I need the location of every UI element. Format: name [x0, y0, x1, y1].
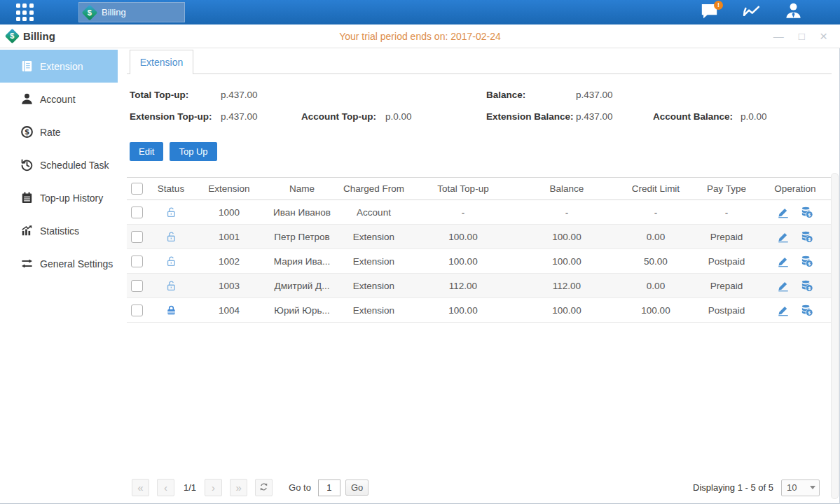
- sidebar-item-account[interactable]: Account: [0, 83, 118, 115]
- edit-icon[interactable]: [777, 230, 790, 243]
- table-row: 1004 Юрий Юрь... Extension 100.00 100.00…: [127, 298, 831, 323]
- topup-coins-icon[interactable]: $: [801, 255, 813, 267]
- page-size-value: 10: [787, 482, 797, 493]
- row-name: Иван Иванов: [267, 207, 337, 218]
- svg-text:$: $: [808, 310, 811, 316]
- pagination-bar: « ‹ 1/1 › » Go to Go Displaying 1 - 5 of…: [127, 479, 820, 496]
- edit-icon[interactable]: [777, 206, 790, 218]
- svg-text:$: $: [808, 212, 811, 218]
- window-title: Billing: [23, 30, 55, 42]
- apps-menu-button[interactable]: [0, 4, 49, 21]
- last-page-button[interactable]: »: [230, 479, 247, 496]
- sidebar-item-extension[interactable]: Extension: [0, 50, 118, 83]
- row-operations: $: [759, 304, 831, 316]
- topbar-right-icons: !: [697, 1, 805, 24]
- lock-open-icon: [165, 206, 177, 218]
- maximize-icon[interactable]: □: [799, 31, 805, 41]
- row-charged-from: Extension: [337, 305, 411, 316]
- row-pay-type: Prepaid: [694, 232, 759, 242]
- sidebar-item-general-settings[interactable]: General Settings: [0, 247, 118, 280]
- row-checkbox[interactable]: [131, 304, 143, 316]
- page-indicator: 1/1: [184, 482, 196, 493]
- row-checkbox[interactable]: [131, 280, 143, 292]
- account-balance-value: p.0.00: [741, 111, 767, 122]
- window-title-bar: Your trial period ends on: 2017-02-24 $ …: [0, 24, 840, 48]
- sidebar-item-statistics[interactable]: Statistics: [0, 214, 118, 247]
- row-balance: 100.00: [516, 256, 618, 267]
- row-extension: 1001: [191, 232, 267, 242]
- extension-topup-value: p.437.00: [221, 111, 301, 122]
- user-icon: [784, 1, 803, 23]
- row-checkbox[interactable]: [131, 206, 143, 218]
- edit-button[interactable]: Edit: [130, 142, 163, 161]
- row-total-topup: 100.00: [411, 256, 516, 267]
- trial-message: Your trial period ends on: 2017-02-24: [0, 31, 840, 42]
- page-size-select[interactable]: 10: [781, 479, 820, 496]
- top-up-button[interactable]: Top Up: [170, 142, 216, 161]
- row-balance: 112.00: [516, 281, 618, 291]
- goto-label: Go to: [289, 482, 311, 493]
- row-operations: $: [759, 279, 831, 292]
- topup-coins-icon[interactable]: $: [801, 304, 813, 316]
- table-scrollbar[interactable]: [831, 173, 839, 499]
- row-operations: $: [759, 255, 831, 267]
- topup-coins-icon[interactable]: $: [801, 279, 813, 292]
- row-pay-type: Postpaid: [694, 256, 759, 267]
- column-header-extension: Extension: [191, 183, 267, 194]
- table-header-row: StatusExtensionNameCharged FromTotal Top…: [127, 177, 831, 200]
- table-body: 1000 Иван Иванов Account - - - - $ 1001 …: [127, 200, 831, 323]
- row-extension: 1003: [191, 281, 267, 291]
- app-tab-label: Billing: [102, 7, 126, 18]
- sidebar-item-top-up-history[interactable]: Top-up History: [0, 181, 118, 214]
- row-pay-type: -: [694, 207, 759, 218]
- refresh-icon: [259, 482, 269, 494]
- sidebar-item-scheduled-task[interactable]: Scheduled Task: [0, 148, 118, 181]
- account-topup-label: Account Top-up:: [301, 111, 385, 122]
- row-checkbox[interactable]: [131, 231, 143, 243]
- first-page-button[interactable]: «: [132, 479, 149, 496]
- topup-coins-icon[interactable]: $: [801, 206, 813, 218]
- column-header-status: Status: [151, 183, 191, 194]
- row-balance: 100.00: [516, 305, 618, 316]
- row-charged-from: Extension: [337, 281, 411, 291]
- account-icon: [20, 92, 34, 106]
- minimize-icon[interactable]: —: [773, 31, 784, 41]
- notification-badge: !: [714, 1, 723, 10]
- user-button[interactable]: [781, 1, 805, 24]
- row-charged-from: Extension: [337, 256, 411, 267]
- messages-button[interactable]: !: [697, 1, 721, 24]
- edit-icon[interactable]: [777, 279, 790, 292]
- column-header-total-top-up: Total Top-up: [411, 183, 516, 194]
- topup-history-icon: [20, 191, 34, 204]
- displaying-summary: Displaying 1 - 5 of 5: [693, 482, 773, 493]
- row-extension: 1002: [191, 256, 267, 267]
- tab-extension[interactable]: Extension: [130, 50, 193, 74]
- svg-text:$: $: [25, 127, 29, 136]
- refresh-button[interactable]: [255, 479, 273, 496]
- row-pay-type: Postpaid: [694, 305, 759, 316]
- go-button[interactable]: Go: [345, 479, 369, 496]
- column-header-pay-type: Pay Type: [694, 183, 759, 194]
- row-name: Петр Петров: [267, 232, 337, 242]
- row-credit-limit: 100.00: [618, 305, 694, 316]
- sidebar-item-rate[interactable]: $ Rate: [0, 115, 118, 148]
- goto-page-input[interactable]: [318, 479, 340, 496]
- prev-page-button[interactable]: ‹: [157, 479, 174, 496]
- edit-icon[interactable]: [777, 255, 790, 267]
- row-name: Дмитрий Д...: [267, 281, 337, 291]
- column-header-name: Name: [267, 183, 337, 194]
- account-topup-value: p.0.00: [385, 111, 486, 122]
- row-charged-from: Account: [337, 207, 411, 218]
- lock-closed-icon: [165, 304, 177, 316]
- close-icon[interactable]: ×: [820, 29, 827, 43]
- row-balance: -: [516, 207, 618, 218]
- app-tab-billing[interactable]: $ Billing: [78, 2, 185, 22]
- select-all-checkbox[interactable]: [131, 183, 143, 195]
- monitor-button[interactable]: [739, 1, 763, 24]
- row-checkbox[interactable]: [131, 255, 143, 267]
- next-page-button[interactable]: ›: [205, 479, 222, 496]
- edit-icon[interactable]: [777, 304, 790, 316]
- topup-coins-icon[interactable]: $: [801, 230, 813, 243]
- summary-panel: Total Top-up: p.437.00 Balance: p.437.00…: [127, 84, 840, 127]
- row-total-topup: 100.00: [411, 232, 516, 242]
